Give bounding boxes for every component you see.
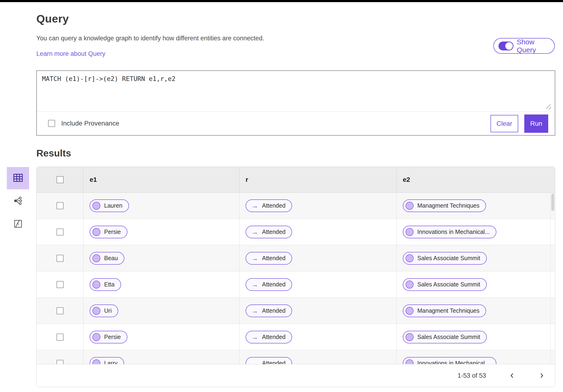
entity-dot-icon: [406, 202, 414, 210]
table-view-button[interactable]: [7, 167, 29, 189]
entity-dot-icon: [406, 228, 414, 236]
row-checkbox[interactable]: [57, 255, 64, 262]
show-query-label: Show Query: [517, 38, 554, 54]
graph-view-icon: [13, 196, 23, 207]
vertical-scrollbar[interactable]: [551, 193, 554, 211]
relationship-label: Attended: [262, 202, 285, 209]
row-checkbox[interactable]: [57, 334, 64, 341]
results-title: Results: [36, 148, 71, 159]
chevron-right-icon: [538, 372, 545, 379]
include-provenance-label: Include Provenance: [61, 120, 119, 127]
table-row: Persie → Attended Sales Associate Summit: [37, 324, 555, 350]
select-all-checkbox[interactable]: [57, 176, 64, 183]
relationship-label: Attended: [262, 228, 285, 235]
relationship-pill[interactable]: → Attended: [246, 278, 292, 291]
column-header-e1[interactable]: e1: [84, 167, 240, 192]
entity-label: Sales Associate Summit: [417, 255, 480, 262]
toggle-switch-icon[interactable]: [499, 41, 513, 51]
entity-dot-icon: [92, 307, 100, 315]
entity-label: Persie: [104, 228, 121, 235]
entity-dot-icon: [92, 280, 100, 289]
arrow-right-icon: →: [251, 202, 258, 209]
learn-more-link[interactable]: Learn more about Query: [36, 50, 105, 57]
entity-pill-e2[interactable]: Managment Techniques: [403, 304, 486, 317]
relationship-label: Attended: [262, 281, 285, 288]
entity-label: Etta: [104, 281, 115, 288]
arrow-right-icon: →: [251, 281, 258, 288]
results-table: e1 r e2 Lauren → Attended Managment Tech…: [36, 166, 555, 387]
entity-dot-icon: [406, 333, 414, 341]
next-page-button[interactable]: [538, 372, 545, 379]
entity-dot-icon: [406, 307, 414, 315]
entity-dot-icon: [92, 202, 100, 210]
relationship-pill[interactable]: → Attended: [246, 199, 292, 212]
entity-pill-e2[interactable]: Sales Associate Summit: [403, 278, 487, 291]
relationship-pill[interactable]: → Attended: [246, 331, 292, 343]
entity-label: Beau: [104, 255, 118, 262]
run-button[interactable]: Run: [524, 114, 548, 133]
table-row: Persie → Attended Innovations in Mechani…: [37, 219, 555, 245]
query-editor-panel: Include Provenance Clear Run: [36, 70, 555, 136]
entity-pill-e2[interactable]: Managment Techniques: [403, 199, 486, 212]
arrow-right-icon: →: [251, 228, 258, 236]
column-header-r[interactable]: r: [240, 167, 397, 192]
entity-pill-e1[interactable]: Beau: [90, 252, 124, 265]
relationship-label: Attended: [262, 334, 285, 340]
entity-pill-e2[interactable]: Innovations in Mechanical...: [403, 226, 496, 238]
entity-pill-e2[interactable]: Sales Associate Summit: [403, 331, 487, 343]
graph-view-button[interactable]: [7, 190, 29, 212]
query-toolbar: Include Provenance Clear Run: [37, 112, 555, 135]
pagination-bar: 1-53 of 53: [37, 364, 555, 387]
arrow-right-icon: →: [251, 360, 258, 365]
entity-label: Innovations in Mechanical...: [417, 360, 490, 364]
map-view-icon: [13, 219, 23, 230]
entity-dot-icon: [406, 254, 414, 262]
entity-dot-icon: [92, 228, 100, 236]
table-row: Uri → Attended Managment Techniques: [37, 298, 555, 324]
row-checkbox[interactable]: [57, 360, 64, 365]
map-view-button[interactable]: [7, 213, 29, 235]
row-checkbox[interactable]: [57, 281, 64, 288]
entity-label: Sales Associate Summit: [417, 281, 480, 288]
query-input[interactable]: [37, 71, 555, 111]
entity-pill-e1[interactable]: Etta: [90, 278, 121, 291]
row-checkbox[interactable]: [57, 202, 64, 209]
query-page: Query You can query a knowledge graph to…: [0, 0, 563, 392]
entity-label: Persie: [104, 334, 121, 340]
textarea-resize-handle-icon[interactable]: [545, 104, 551, 110]
relationship-pill[interactable]: → Attended: [246, 357, 292, 365]
entity-pill-e1[interactable]: Uri: [90, 304, 118, 317]
entity-pill-e2[interactable]: Innovations in Mechanical...: [403, 357, 496, 365]
row-checkbox[interactable]: [57, 307, 64, 314]
entity-dot-icon: [406, 359, 414, 365]
arrow-right-icon: →: [251, 307, 258, 314]
clear-button[interactable]: Clear: [490, 115, 518, 132]
row-checkbox[interactable]: [57, 228, 64, 236]
entity-pill-e1[interactable]: Lauren: [90, 199, 129, 212]
table-row: Beau → Attended Sales Associate Summit: [37, 245, 555, 271]
page-description: You can query a knowledge graph to ident…: [36, 35, 264, 42]
entity-dot-icon: [92, 359, 100, 365]
entity-dot-icon: [92, 254, 100, 262]
entity-pill-e2[interactable]: Sales Associate Summit: [403, 252, 487, 265]
show-query-toggle[interactable]: Show Query: [493, 38, 555, 54]
entity-pill-e1[interactable]: Persie: [90, 226, 127, 238]
scrollbar-track-divider: [550, 193, 550, 364]
column-header-e2[interactable]: e2: [397, 167, 555, 192]
table-view-icon: [13, 172, 24, 184]
relationship-pill[interactable]: → Attended: [246, 304, 292, 317]
previous-page-button[interactable]: [509, 372, 516, 379]
entity-pill-e1[interactable]: Persie: [90, 331, 127, 343]
entity-label: Managment Techniques: [417, 202, 479, 209]
relationship-pill[interactable]: → Attended: [246, 226, 292, 238]
arrow-right-icon: →: [251, 334, 258, 341]
entity-label: Sales Associate Summit: [417, 334, 480, 340]
table-row: Etta → Attended Sales Associate Summit: [37, 271, 555, 298]
entity-pill-e1[interactable]: Larry: [90, 357, 124, 365]
relationship-label: Attended: [262, 307, 285, 314]
entity-label: Managment Techniques: [417, 307, 479, 314]
include-provenance-checkbox[interactable]: [48, 120, 55, 127]
relationship-pill[interactable]: → Attended: [246, 252, 292, 265]
relationship-label: Attended: [262, 255, 285, 262]
table-row: Larry → Attended Innovations in Mechanic…: [37, 350, 555, 364]
